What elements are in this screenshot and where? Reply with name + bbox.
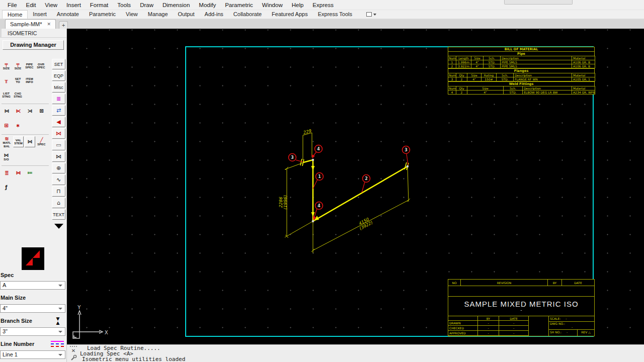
balloon-3-right[interactable]: 3 [403, 146, 410, 165]
command-history[interactable]: Load Spec Routine.....Loading Spec <A>Is… [80, 345, 644, 362]
side-duct[interactable]: ▭ [52, 140, 65, 150]
menu-express[interactable]: Express [308, 0, 338, 10]
menu-file[interactable]: File [3, 0, 22, 10]
ribbon-tab-add-ins[interactable]: Add-ins [200, 10, 228, 19]
dimension-text: 229 2286 (1996) 4150 (3922) [278, 128, 373, 231]
side-eqp[interactable]: EQP [52, 70, 65, 81]
side-bowtie[interactable]: ⋈ [52, 151, 65, 162]
menu-dimension[interactable]: Dimension [158, 0, 194, 10]
tool-slope-symbol[interactable]: ƒ [1, 182, 12, 193]
menu-insert[interactable]: Insert [62, 0, 86, 10]
side-text[interactable]: TEXT [52, 209, 65, 220]
side-duct-icon: ▭ [56, 142, 61, 148]
tool-main-size-label: SIZE [3, 67, 10, 70]
balloon-3-left[interactable]: 3 [289, 154, 303, 162]
tool-chg-stng[interactable]: CHG STNG [13, 89, 23, 101]
tool-set-to[interactable]: SET TO [13, 75, 23, 86]
tool-row: ⊞∗ [0, 119, 50, 133]
line-number-select[interactable]: Line 1 [0, 350, 65, 359]
side-pump[interactable]: ⌂ [52, 198, 65, 208]
ribbon-tab-manage[interactable]: Manage [143, 10, 173, 19]
line-styles-icon[interactable] [51, 341, 64, 348]
palette-title: ISOMETRIC [0, 29, 66, 38]
menu-format[interactable]: Format [86, 0, 113, 10]
tool-red-size[interactable]: ╤SIZE [13, 60, 23, 71]
drawing-tab-sample-mm[interactable]: Sample-MM* ✕ [5, 19, 56, 29]
tool-check-valve[interactable]: ⋈ [25, 136, 35, 147]
drawing-canvas[interactable]: BILL OF MATERIALPipeNumLengthSizeSch.Des… [67, 29, 644, 344]
tool-val-stem[interactable]: VAL STEM [13, 136, 24, 147]
tool-valve-flange-icon: ⋊ [28, 109, 33, 114]
tool-gasket[interactable]: ⊠ [36, 106, 47, 117]
tool-valve-insert-icon: ⋈ [5, 109, 10, 114]
side-line-styles[interactable]: ≣ [52, 94, 65, 104]
tool-spec-pen[interactable]: ╱SPEC [36, 136, 47, 147]
drag-grip-icon[interactable] [70, 346, 77, 347]
pipe-lines [303, 160, 408, 221]
new-tab-button[interactable]: + [59, 21, 68, 29]
tool-stub-out[interactable]: ⋈S/O [1, 151, 12, 162]
tool-valve-insert[interactable]: ⋈ [2, 106, 12, 117]
side-pump-circle[interactable]: ⊕ [52, 163, 65, 173]
ribbon-overflow-button[interactable] [364, 10, 378, 19]
menu-draw[interactable]: Draw [135, 0, 158, 10]
menu-help[interactable]: Help [287, 0, 308, 10]
document-tab-bar: Sample-MM* ✕ + [0, 19, 644, 29]
menu-modify[interactable]: Modify [194, 0, 220, 10]
branch-size-select[interactable]: 3" [0, 327, 65, 336]
ucs-y-label: Y [77, 304, 81, 311]
ribbon-tab-home[interactable]: Home [2, 10, 28, 19]
side-move-arrows[interactable]: ⇄ [52, 105, 65, 116]
close-icon[interactable]: ✕ [71, 348, 75, 353]
tool-ovr-spec[interactable]: OVR SPEC [36, 60, 46, 71]
menu-tools[interactable]: Tools [113, 0, 135, 10]
tool-valve-cut[interactable]: ⋉ [13, 106, 24, 117]
side-valve-b[interactable]: ⋈ [52, 128, 65, 139]
ribbon-tab-bar: HomeInsertAnnotateParametricViewManageOu… [0, 10, 644, 19]
size-sort-arrows[interactable]: ▼▲ [52, 317, 63, 325]
tool-tee-fit[interactable]: ╥ [1, 75, 12, 86]
tool-main-size[interactable]: ╤SIZE [1, 60, 12, 71]
tab-close-icon[interactable]: ✕ [47, 22, 51, 27]
side-support[interactable]: ⊓ [52, 186, 65, 197]
menu-view[interactable]: View [40, 0, 62, 10]
balloon-4-top[interactable]: 4 [311, 145, 323, 159]
drawing-manager-button[interactable]: Drawing Manager [3, 40, 64, 50]
menu-parametric[interactable]: Parametric [220, 0, 258, 10]
command-line-3: Isometric menu utilities loaded [71, 356, 644, 362]
menu-edit[interactable]: Edit [22, 0, 41, 10]
ribbon-tab-collaborate[interactable]: Collaborate [228, 10, 267, 19]
iso-drawing[interactable]: 229 2286 (1996) 4150 (3922) [67, 29, 644, 344]
menu-window[interactable]: Window [258, 0, 287, 10]
balloon-1[interactable]: 1 [313, 173, 324, 189]
ribbon-tab-insert[interactable]: Insert [28, 10, 52, 19]
line-number-value: Line 1 [3, 351, 18, 357]
spec-select[interactable]: A [0, 281, 65, 290]
tool-list-stng[interactable]: LIST STNG [1, 89, 12, 101]
ribbon-tab-view[interactable]: View [121, 10, 143, 19]
ribbon-tab-output[interactable]: Output [173, 10, 200, 19]
tool-iso-lines[interactable]: ≣ [2, 167, 12, 178]
side-misc[interactable]: Misc [52, 82, 65, 93]
palette-overflow-arrow[interactable] [54, 224, 63, 229]
side-valve-a[interactable]: ◀ [52, 117, 65, 127]
ribbon-tab-express-tools[interactable]: Express Tools [313, 10, 357, 19]
side-set[interactable]: SET [52, 59, 65, 69]
tool-weld-gap[interactable]: ⊞ [1, 120, 12, 131]
tool-val-stem-label: VAL STEM [14, 139, 23, 145]
main-size-select[interactable]: 4" [0, 304, 65, 313]
ribbon-tab-annotate[interactable]: Annotate [52, 10, 84, 19]
command-line-panel[interactable]: ✕ Load Spec Routine.....Loading Spec <A>… [67, 344, 644, 362]
tool-item-info[interactable]: ITEM INFO [24, 75, 35, 86]
tool-size-flag[interactable]: ∗ [13, 120, 23, 131]
tool-bom-list[interactable]: ≔ [25, 167, 35, 178]
tool-valve-flange[interactable]: ⋊ [25, 106, 35, 117]
tool-pipe-spec[interactable]: PIPE SPEC [24, 60, 35, 71]
tool-matl-bal[interactable]: ≋MATL BAL [2, 136, 12, 148]
tool-stub-out-icon: ⋈ [4, 153, 9, 158]
ribbon-tab-parametric[interactable]: Parametric [84, 10, 121, 19]
tool-pipe-spec-label: PIPE SPEC [25, 63, 33, 69]
ribbon-tab-featured-apps[interactable]: Featured Apps [267, 10, 313, 19]
tool-bowtie-x[interactable]: ⋈ [13, 167, 24, 178]
side-swage[interactable]: ∿ [52, 174, 65, 185]
